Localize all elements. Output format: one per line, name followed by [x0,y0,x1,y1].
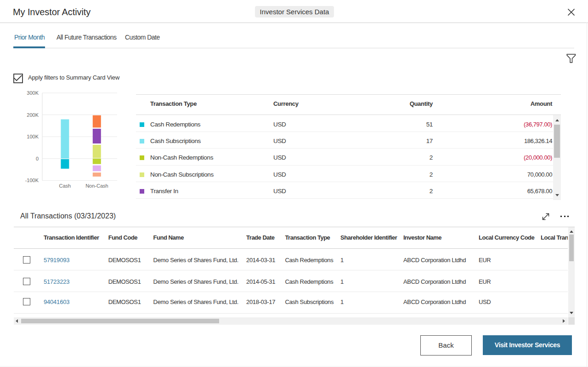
svg-text:0: 0 [36,156,39,161]
svg-text:200K: 200K [27,112,39,118]
svg-text:300K: 300K [27,90,39,96]
svg-text:Non-Cash: Non-Cash [85,183,108,189]
svg-text:-100K: -100K [25,178,39,183]
svg-text:100K: 100K [27,134,39,139]
svg-text:Cash: Cash [59,183,71,189]
